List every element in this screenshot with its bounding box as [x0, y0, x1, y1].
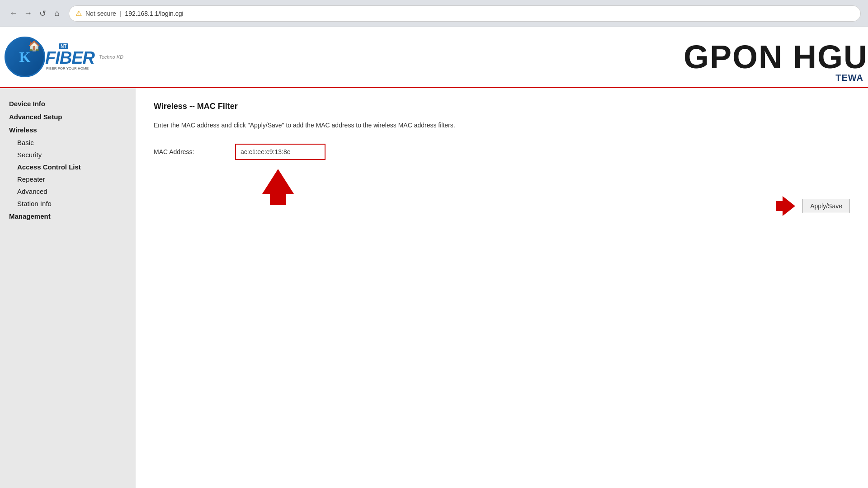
- mac-label: MAC Address:: [154, 148, 235, 155]
- arrow-up-icon: [262, 169, 294, 194]
- sidebar-sub-item-advanced[interactable]: Advanced: [9, 185, 127, 197]
- warning-icon: ⚠: [75, 9, 82, 18]
- logo-area: 🏠 K NT FIBER FIBER FOR YOUR HOME Techno …: [0, 37, 123, 77]
- page-title: Wireless -- MAC Filter: [154, 102, 850, 111]
- mac-form-row: MAC Address:: [154, 144, 850, 160]
- url-text: 192.168.1.1/login.cgi: [125, 10, 183, 17]
- main-layout: Device Info Advanced Setup Wireless Basi…: [0, 88, 868, 488]
- fiber-logo: NT FIBER FIBER FOR YOUR HOME: [45, 43, 94, 70]
- arrow-right-tail: [776, 201, 783, 211]
- content-area: Wireless -- MAC Filter Enter the MAC add…: [136, 88, 868, 488]
- logo-bar: 🏠 K NT FIBER FIBER FOR YOUR HOME Techno …: [0, 27, 868, 88]
- house-icon: 🏠: [28, 40, 40, 52]
- logo-circle: 🏠 K: [5, 37, 45, 77]
- nav-buttons: ← → ↺ ⌂: [7, 7, 63, 20]
- sidebar-sub-item-acl[interactable]: Access Control List: [9, 161, 127, 173]
- sidebar: Device Info Advanced Setup Wireless Basi…: [0, 88, 136, 488]
- separator: |: [120, 10, 122, 17]
- home-button[interactable]: ⌂: [51, 7, 63, 20]
- browser-chrome: ← → ↺ ⌂ ⚠ Not secure | 192.168.1.1/login…: [0, 0, 868, 27]
- page-description: Enter the MAC address and click "Apply/S…: [154, 120, 850, 130]
- not-secure-label: Not secure: [85, 10, 116, 17]
- brand-name-label: Techno KD: [99, 54, 123, 60]
- refresh-button[interactable]: ↺: [36, 7, 49, 20]
- fiber-tagline: FIBER FOR YOUR HOME: [46, 66, 89, 70]
- sidebar-item-device-info[interactable]: Device Info: [9, 97, 127, 110]
- sidebar-item-advanced-setup[interactable]: Advanced Setup: [9, 110, 127, 123]
- arrow-right-container: [776, 196, 795, 216]
- apply-row: Apply/Save: [154, 196, 850, 216]
- forward-button[interactable]: →: [22, 7, 34, 20]
- mac-address-input[interactable]: [235, 144, 326, 160]
- sidebar-sub-item-repeater[interactable]: Repeater: [9, 173, 127, 185]
- tewa-subtitle: TEWA: [835, 73, 863, 83]
- sidebar-item-wireless[interactable]: Wireless: [9, 123, 127, 136]
- sidebar-sub-item-security[interactable]: Security: [9, 149, 127, 161]
- sidebar-sub-item-basic[interactable]: Basic: [9, 136, 127, 149]
- gpon-title: GPON HGU: [684, 38, 868, 75]
- apply-save-button[interactable]: Apply/Save: [802, 199, 850, 213]
- back-button[interactable]: ←: [7, 7, 20, 20]
- sidebar-item-management[interactable]: Management: [9, 210, 127, 223]
- fiber-text: FIBER: [45, 49, 94, 66]
- address-bar[interactable]: ⚠ Not secure | 192.168.1.1/login.cgi: [69, 5, 861, 22]
- arrow-right-head-icon: [783, 196, 795, 216]
- sidebar-sub-item-station-info[interactable]: Station Info: [9, 197, 127, 210]
